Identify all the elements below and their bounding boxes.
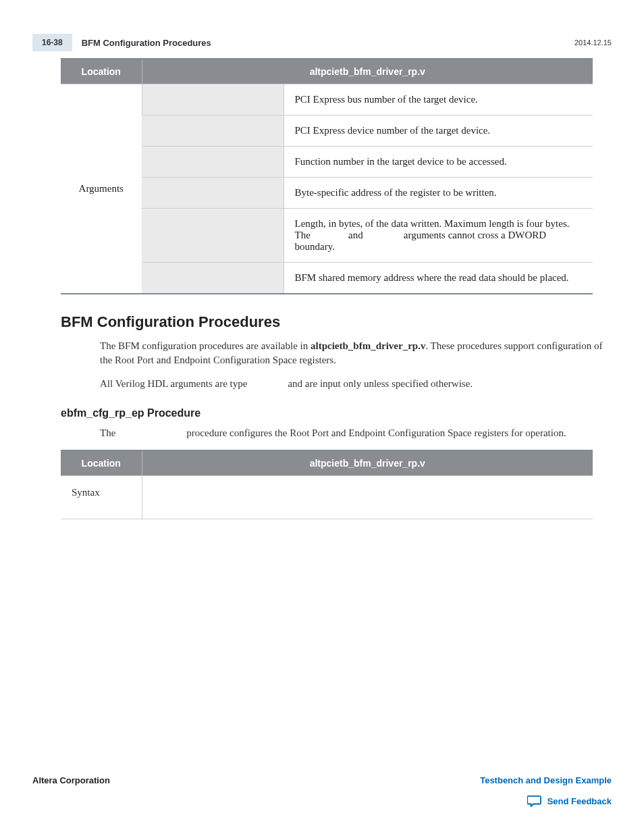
para-text: All Verilog HDL arguments are type [100, 378, 250, 389]
desc-text: and [346, 230, 365, 240]
section-paragraph: All Verilog HDL arguments are type and a… [100, 377, 612, 391]
desc-text: arguments cannot cross a DWORD boundary. [295, 230, 547, 252]
para-text: The [100, 427, 118, 438]
footer-corporation: Altera Corporation [32, 775, 110, 785]
arguments-table: Location altpcietb_bfm_driver_rp.v Argum… [61, 58, 593, 294]
arg-name-cell [142, 84, 284, 115]
arg-desc-cell: PCI Express device number of the target … [284, 115, 593, 147]
table-header-location: Location [61, 59, 142, 84]
section-paragraph: The BFM configuration procedures are ava… [100, 339, 612, 367]
footer-chapter-link[interactable]: Testbench and Design Example [480, 775, 612, 785]
arguments-label: Arguments [61, 84, 142, 294]
subsection-paragraph: The procedure configures the Root Port a… [100, 426, 612, 440]
table-row: Arguments PCI Express bus number of the … [61, 84, 593, 115]
header-date: 2014.12.15 [574, 38, 612, 47]
para-text: and are input only unless specified othe… [286, 378, 473, 389]
table-header-location: Location [61, 450, 142, 476]
arg-desc-cell: Function number in the target device to … [284, 147, 593, 178]
arg-desc-cell: PCI Express bus number of the target dev… [284, 84, 593, 115]
arg-name-cell [142, 178, 284, 209]
page-number: 16-38 [32, 34, 72, 51]
arg-desc-cell: Length, in bytes, of the data written. M… [284, 209, 593, 263]
page-footer: Altera Corporation Testbench and Design … [32, 775, 612, 807]
arg-name-cell [142, 115, 284, 147]
table-row: Syntax [61, 476, 593, 519]
arg-desc-cell: BFM shared memory address where the read… [284, 263, 593, 294]
syntax-label: Syntax [61, 476, 142, 519]
speech-bubble-icon [527, 795, 542, 807]
arg-desc-cell: Byte-specific address of the register to… [284, 178, 593, 209]
table-header-file: altpcietb_bfm_driver_rp.v [142, 450, 593, 476]
para-text: The BFM configuration procedures are ava… [100, 340, 311, 351]
arg-name-cell [142, 263, 284, 294]
filename-bold: altpcietb_bfm_driver_rp.v [311, 340, 425, 351]
syntax-table: Location altpcietb_bfm_driver_rp.v Synta… [61, 450, 593, 519]
table-header-file: altpcietb_bfm_driver_rp.v [142, 59, 593, 84]
syntax-value-cell [142, 476, 593, 519]
header-title: BFM Configuration Procedures [82, 38, 211, 48]
section-heading: BFM Configuration Procedures [61, 313, 612, 331]
header-left: 16-38 BFM Configuration Procedures [32, 34, 211, 51]
send-feedback-link[interactable]: Send Feedback [32, 795, 612, 807]
arg-name-cell [142, 147, 284, 178]
subsection-heading: ebfm_cfg_rp_ep Procedure [61, 407, 612, 419]
para-text: procedure configures the Root Port and E… [184, 427, 566, 438]
page-header: 16-38 BFM Configuration Procedures 2014.… [32, 34, 612, 51]
feedback-label: Send Feedback [547, 796, 612, 806]
footer-top-row: Altera Corporation Testbench and Design … [32, 775, 612, 785]
arg-name-cell [142, 209, 284, 263]
